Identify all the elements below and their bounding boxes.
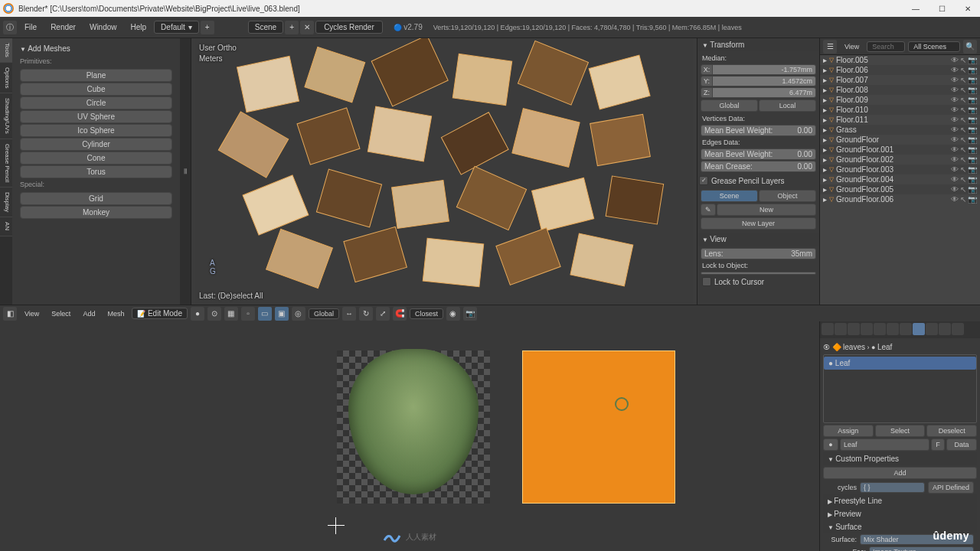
outliner-view-menu[interactable]: View <box>840 41 864 52</box>
deselect-button[interactable]: Deselect <box>926 425 977 437</box>
outliner-filter-dropdown[interactable]: All Scenes <box>908 41 960 52</box>
scene-delete-button[interactable]: ✕ <box>300 21 314 34</box>
add-cylinder-button[interactable]: Cylinder <box>20 138 172 151</box>
scene-selector[interactable]: Scene <box>248 21 283 34</box>
fac-field[interactable]: Image Texture <box>869 546 974 551</box>
3d-viewport[interactable]: User Ortho Meters A G Last: (De)select A… <box>191 38 697 305</box>
median-z-field[interactable]: 6.477m <box>713 87 816 98</box>
render-icon[interactable]: 📷 <box>968 145 977 154</box>
render-icon[interactable]: 📷 <box>968 165 977 174</box>
manipulator-scale-icon[interactable]: ⤢ <box>376 307 390 321</box>
gp-new-button[interactable]: New <box>717 204 816 216</box>
space-local-button[interactable]: Local <box>759 99 816 112</box>
outliner-item[interactable]: ▸▽GroundFloor.005👁↖📷 <box>820 184 980 194</box>
outliner-item[interactable]: ▸▽Floor.007👁↖📷 <box>820 75 980 85</box>
world-tab-icon[interactable] <box>848 323 860 335</box>
toolshelf-handle[interactable]: ⦀ <box>180 38 191 305</box>
viewport-type-icon[interactable]: ◧ <box>3 307 17 321</box>
outliner-item[interactable]: ▸▽GroundFloor.004👁↖📷 <box>820 174 980 184</box>
physics-tab-icon[interactable] <box>952 323 964 335</box>
editor-type-icon[interactable]: ⓘ <box>3 21 17 34</box>
visibility-icon[interactable]: 👁 <box>951 126 959 134</box>
selectable-icon[interactable]: ↖ <box>960 155 966 164</box>
selectable-icon[interactable]: ↖ <box>960 116 966 124</box>
render-icon[interactable]: 📷 <box>968 66 977 74</box>
custom-properties-header[interactable]: Custom Properties <box>823 452 977 465</box>
render-tab-icon[interactable] <box>822 323 834 335</box>
scene-tab-icon[interactable] <box>835 323 847 335</box>
material-browse-icon[interactable]: ● <box>823 439 838 451</box>
lock-cursor-checkbox[interactable] <box>702 277 711 286</box>
render-icon[interactable]: 📷 <box>968 56 977 64</box>
tool-tab-options[interactable]: Options <box>0 63 12 94</box>
render-icon[interactable]: 📷 <box>968 175 977 184</box>
manipulator-translate-icon[interactable]: ↔ <box>342 307 356 321</box>
visibility-icon[interactable]: 👁 <box>951 175 959 184</box>
render-engine-selector[interactable]: Cycles Render <box>315 21 383 34</box>
add-torus-button[interactable]: Torus <box>20 165 172 178</box>
render-icon[interactable]: 📷 <box>968 76 977 84</box>
freestyle-line-header[interactable]: Freestyle Line <box>823 494 977 507</box>
lens-field[interactable]: Lens:35mm <box>701 248 816 259</box>
render-icon[interactable]: 📷 <box>968 106 977 114</box>
tool-tab-tools[interactable]: Tools <box>0 38 12 63</box>
layout-add-button[interactable]: + <box>201 21 214 34</box>
snap-toggle-icon[interactable]: 🧲 <box>393 307 407 321</box>
mode-selector[interactable]: 📝 Edit Mode <box>132 308 188 319</box>
visibility-icon[interactable]: 👁 <box>951 145 959 154</box>
selectable-icon[interactable]: ↖ <box>960 106 966 114</box>
render-icon[interactable]: 📷 <box>968 155 977 164</box>
visibility-icon[interactable]: 👁 <box>951 155 959 164</box>
particle-tab-icon[interactable] <box>939 323 951 335</box>
add-grid-button[interactable]: Grid <box>20 192 172 205</box>
median-x-field[interactable]: -1.757mm <box>713 64 816 75</box>
scene-add-button[interactable]: + <box>285 21 299 34</box>
minimize-button[interactable]: — <box>906 5 925 13</box>
selectable-icon[interactable]: ↖ <box>960 66 966 74</box>
selectable-icon[interactable]: ↖ <box>960 86 966 94</box>
vp-add-menu[interactable]: Add <box>78 308 100 319</box>
space-global-button[interactable]: Global <box>701 99 758 112</box>
grease-pencil-checkbox[interactable]: ✓ <box>699 176 708 185</box>
outliner-item[interactable]: ▸▽GroundFloor.002👁↖📷 <box>820 155 980 165</box>
outliner-item[interactable]: ▸▽Floor.006👁↖📷 <box>820 65 980 75</box>
uv-image-editor[interactable]: 人人素材 ⦿ 🔶 leaves › ● Leaf ● Leaf Assi <box>0 321 980 551</box>
render-icon[interactable]: 📷 <box>968 86 977 94</box>
menu-help[interactable]: Help <box>125 21 153 34</box>
mean-crease[interactable]: Mean Crease:0.00 <box>701 161 816 172</box>
outliner-item[interactable]: ▸▽Floor.010👁↖📷 <box>820 105 980 115</box>
visibility-icon[interactable]: 👁 <box>951 66 959 74</box>
select-face-icon[interactable]: ▣ <box>275 307 289 321</box>
mean-bevel-weight-v[interactable]: Mean Bevel Weight:0.00 <box>701 125 816 136</box>
snap-target-selector[interactable]: Closest <box>410 308 443 319</box>
material-slot-leaf[interactable]: ● Leaf <box>824 357 976 370</box>
visibility-icon[interactable]: 👁 <box>951 116 959 124</box>
limit-selection-icon[interactable]: ◎ <box>292 307 305 321</box>
constraint-tab-icon[interactable] <box>874 323 886 335</box>
render-icon[interactable]: 📷 <box>968 195 977 204</box>
shading-solid-icon[interactable]: ● <box>191 307 204 321</box>
outliner-item[interactable]: ▸▽GroundFloor.003👁↖📷 <box>820 165 980 174</box>
menu-file[interactable]: File <box>18 21 43 34</box>
vp-select-menu[interactable]: Select <box>47 308 75 319</box>
proportional-edit-icon[interactable]: ◉ <box>446 307 460 321</box>
layout-selector[interactable]: Default▾ <box>154 21 199 34</box>
gp-object-button[interactable]: Object <box>759 190 816 202</box>
render-icon[interactable]: 📷 <box>968 135 977 144</box>
selectable-icon[interactable]: ↖ <box>960 175 966 184</box>
add-uvsphere-button[interactable]: UV Sphere <box>20 110 172 123</box>
view-panel-header[interactable]: View <box>697 233 819 246</box>
visibility-icon[interactable]: 👁 <box>951 135 959 144</box>
assign-button[interactable]: Assign <box>823 425 874 437</box>
cycles-prop-value[interactable]: { } <box>860 482 925 493</box>
visibility-icon[interactable]: 👁 <box>951 56 959 64</box>
gp-new-layer-button[interactable]: New Layer <box>701 217 816 230</box>
fake-user-button[interactable]: F <box>931 439 945 451</box>
render-icon[interactable]: 📷 <box>968 96 977 104</box>
tool-tab-display[interactable]: Display <box>0 187 12 217</box>
add-meshes-panel-header[interactable]: Add Meshes <box>15 41 177 56</box>
selectable-icon[interactable]: ↖ <box>960 76 966 84</box>
selectable-icon[interactable]: ↖ <box>960 185 966 194</box>
outliner-item[interactable]: ▸▽GroundFloor👁↖📷 <box>820 135 980 145</box>
selectable-icon[interactable]: ↖ <box>960 145 966 154</box>
